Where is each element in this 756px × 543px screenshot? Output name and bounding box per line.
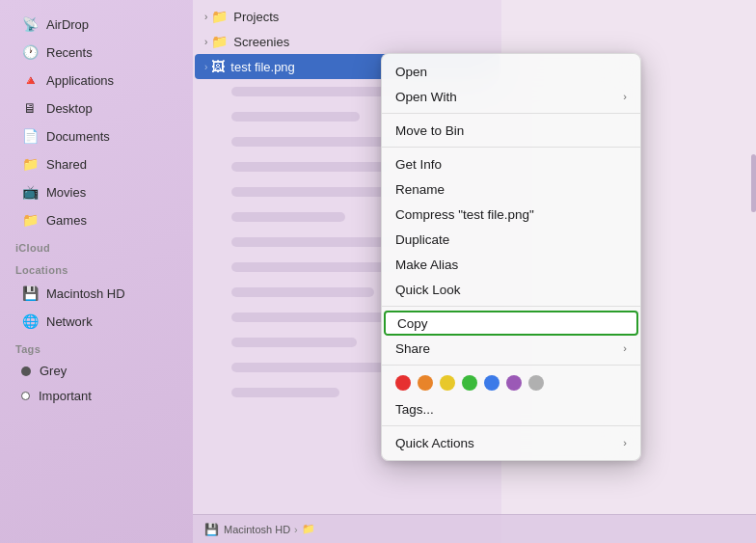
ctx-separator <box>382 425 640 426</box>
ctx-separator <box>382 306 640 307</box>
grey-tag-dot <box>21 367 31 376</box>
sidebar-item-label: Macintosh HD <box>46 286 125 301</box>
ctx-make-alias[interactable]: Make Alias <box>382 252 640 277</box>
ctx-tags[interactable]: Tags... <box>382 396 640 421</box>
context-menu: Open Open With › Move to Bin Get Info Re… <box>381 53 641 461</box>
ctx-compress[interactable]: Compress "test file.png" <box>382 202 640 227</box>
ctx-move-to-bin-label: Move to Bin <box>395 123 627 138</box>
ctx-share[interactable]: Share › <box>382 336 640 361</box>
list-item-screenies[interactable]: › 📁 Screenies <box>193 29 501 54</box>
tag-color-yellow[interactable] <box>440 375 455 391</box>
recents-icon: 🕐 <box>21 43 39 61</box>
ctx-tags-color-row <box>382 369 640 396</box>
sidebar-item-desktop[interactable]: 🖥 Desktop <box>6 95 187 122</box>
sidebar-item-documents[interactable]: 📄 Documents <box>6 122 187 149</box>
tag-color-orange[interactable] <box>418 375 433 391</box>
ctx-open-with[interactable]: Open With › <box>382 84 640 109</box>
sidebar-item-games[interactable]: 📁 Games <box>6 206 187 233</box>
tag-color-grey[interactable] <box>528 375 544 391</box>
sidebar-item-label: Movies <box>46 185 86 200</box>
status-hdd-label: Macintosh HD <box>224 524 290 535</box>
chevron-icon: › <box>204 37 207 47</box>
sidebar-item-airdrop[interactable]: 📡 AirDrop <box>6 11 187 38</box>
sidebar-item-important-tag[interactable]: Important <box>6 384 187 408</box>
ctx-make-alias-label: Make Alias <box>395 258 627 272</box>
list-item-projects[interactable]: › 📁 Projects <box>193 4 501 29</box>
tag-color-blue[interactable] <box>484 375 500 391</box>
hdd-status-icon: 💾 <box>204 523 219 536</box>
scrollbar-thumb[interactable] <box>751 154 756 212</box>
sidebar-item-movies[interactable]: 📺 Movies <box>6 178 187 205</box>
ctx-rename-label: Rename <box>395 182 627 197</box>
ctx-separator <box>382 365 640 366</box>
list-item-label: Projects <box>233 10 279 24</box>
ctx-separator <box>382 113 640 114</box>
tags-section-label: Tags <box>0 336 193 358</box>
sidebar-item-label: Games <box>46 213 87 228</box>
ctx-quick-look-label: Quick Look <box>395 283 627 297</box>
ctx-quick-actions-label: Quick Actions <box>395 436 623 450</box>
ctx-quick-look[interactable]: Quick Look <box>382 277 640 302</box>
sidebar-item-applications[interactable]: 🔺 Applications <box>6 67 187 94</box>
movies-icon: 📺 <box>21 183 39 201</box>
applications-icon: 🔺 <box>21 71 39 89</box>
list-item-label: Screenies <box>233 35 289 49</box>
ctx-copy[interactable]: Copy <box>384 311 638 336</box>
chevron-right-icon: › <box>623 342 627 354</box>
important-tag-dot <box>21 392 30 400</box>
sidebar-item-label: Desktop <box>46 101 93 116</box>
ctx-compress-label: Compress "test file.png" <box>395 207 627 222</box>
ctx-separator <box>382 147 640 148</box>
scrollbar-track[interactable] <box>750 0 756 514</box>
shared-icon: 📁 <box>21 155 39 173</box>
sidebar-item-recents[interactable]: 🕐 Recents <box>6 39 187 66</box>
ctx-get-info[interactable]: Get Info <box>382 151 640 176</box>
sidebar-item-label: AirDrop <box>46 17 89 32</box>
chevron-icon: › <box>204 62 207 72</box>
ctx-duplicate[interactable]: Duplicate <box>382 227 640 252</box>
documents-icon: 📄 <box>21 127 39 145</box>
ctx-rename[interactable]: Rename <box>382 176 640 202</box>
ctx-quick-actions[interactable]: Quick Actions › <box>382 430 640 455</box>
tag-color-purple[interactable] <box>506 375 522 391</box>
sidebar-item-shared[interactable]: 📁 Shared <box>6 150 187 177</box>
main-area: › 📁 Projects › 📁 Screenies › 🖼 test file… <box>193 0 756 543</box>
ctx-copy-label: Copy <box>397 316 625 331</box>
folder-icon: 📁 <box>211 34 228 49</box>
sidebar-item-grey-tag[interactable]: Grey <box>6 359 187 383</box>
chevron-right-icon: › <box>623 91 627 102</box>
sidebar: 📡 AirDrop 🕐 Recents 🔺 Applications 🖥 Des… <box>0 0 193 543</box>
ctx-open[interactable]: Open <box>382 59 640 84</box>
games-icon: 📁 <box>21 211 39 229</box>
ctx-share-label: Share <box>395 341 623 356</box>
status-bar: 💾 Macintosh HD › 📁 <box>193 514 756 543</box>
airdrop-icon: 📡 <box>21 15 39 33</box>
status-folder-icon: 📁 <box>302 523 315 535</box>
folder-icon: 📁 <box>211 9 228 24</box>
icloud-section-label: iCloud <box>0 234 193 257</box>
ctx-open-label: Open <box>395 65 627 79</box>
hdd-icon: 💾 <box>21 285 39 302</box>
sidebar-item-label: Important <box>39 389 92 403</box>
image-icon: 🖼 <box>211 59 225 74</box>
desktop-icon: 🖥 <box>21 99 39 117</box>
tag-color-red[interactable] <box>395 375 411 391</box>
network-icon: 🌐 <box>21 312 39 330</box>
ctx-get-info-label: Get Info <box>395 157 627 172</box>
ctx-duplicate-label: Duplicate <box>395 232 627 247</box>
tag-color-green[interactable] <box>462 375 477 391</box>
sidebar-item-label: Grey <box>40 364 67 378</box>
list-item-label: test file.png <box>230 60 295 74</box>
ctx-move-to-bin[interactable]: Move to Bin <box>382 118 640 143</box>
sidebar-item-macintosh-hd[interactable]: 💾 Macintosh HD <box>6 280 187 307</box>
sidebar-item-label: Network <box>46 314 93 329</box>
chevron-icon: › <box>204 12 207 22</box>
sidebar-item-label: Recents <box>46 45 93 60</box>
locations-section-label: Locations <box>0 257 193 279</box>
breadcrumb-arrow: › <box>294 524 298 535</box>
sidebar-item-network[interactable]: 🌐 Network <box>6 308 187 335</box>
ctx-open-with-label: Open With <box>395 90 623 104</box>
chevron-right-icon: › <box>623 437 627 448</box>
ctx-tags-label: Tags... <box>395 402 627 417</box>
sidebar-item-label: Documents <box>46 129 110 144</box>
